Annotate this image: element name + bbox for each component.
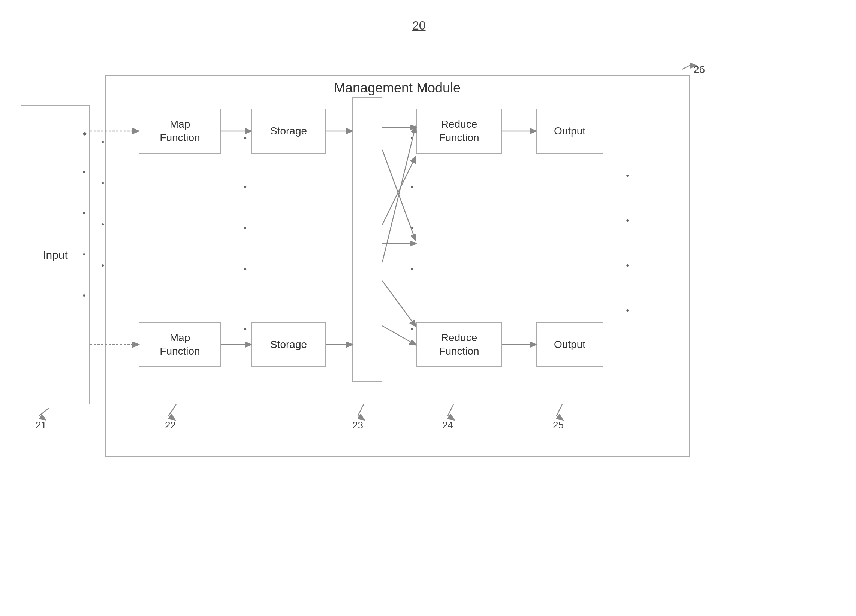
dot: ●	[626, 217, 629, 223]
dot: ●	[82, 251, 85, 257]
dot: ●	[82, 169, 85, 175]
dot: ●	[410, 266, 413, 272]
dot: ●	[101, 262, 104, 268]
storage-top-box: Storage	[251, 109, 326, 154]
output-bottom-box: Output	[536, 322, 604, 367]
ref-26: 26	[693, 64, 705, 76]
figure-number: 20	[412, 19, 426, 32]
dot: ●	[410, 326, 413, 332]
ref-24: 24	[442, 419, 453, 431]
storage-bottom-box: Storage	[251, 322, 326, 367]
reduce-function-bottom-label: ReduceFunction	[439, 331, 479, 358]
dot: ●	[243, 225, 246, 231]
dot: ●	[410, 135, 413, 141]
dot: ●	[82, 210, 85, 216]
map-function-top-label: MapFunction	[160, 118, 200, 145]
reduce-function-bottom-box: ReduceFunction	[416, 322, 502, 367]
dot: ●	[243, 135, 246, 141]
storage-top-label: Storage	[270, 124, 307, 138]
dot: ●	[626, 262, 629, 268]
dot: ●	[626, 307, 629, 313]
dot: ●	[101, 180, 104, 186]
map-function-top-box: MapFunction	[139, 109, 221, 154]
dot: ●	[626, 172, 629, 178]
dot: ●	[243, 266, 246, 272]
dot: ●	[243, 183, 246, 189]
dot: ●	[82, 129, 87, 138]
shuffle-box	[352, 97, 382, 382]
dot: ●	[410, 225, 413, 231]
dot: ●	[243, 326, 246, 332]
input-box: Input	[21, 105, 90, 404]
ref-22: 22	[165, 419, 176, 431]
dot: ●	[410, 183, 413, 189]
ref-25: 25	[553, 419, 563, 431]
map-function-bottom-box: MapFunction	[139, 322, 221, 367]
input-label: Input	[43, 247, 68, 262]
output-top-label: Output	[554, 124, 585, 138]
map-function-bottom-label: MapFunction	[160, 331, 200, 358]
reduce-function-top-label: ReduceFunction	[439, 118, 479, 145]
dot: ●	[101, 221, 104, 227]
ref-21: 21	[35, 419, 46, 431]
output-bottom-label: Output	[554, 338, 585, 351]
ref-23: 23	[352, 419, 363, 431]
storage-bottom-label: Storage	[270, 338, 307, 351]
reduce-function-top-box: ReduceFunction	[416, 109, 502, 154]
diagram: 20 Management Module 26 Input MapFunctio…	[0, 0, 856, 616]
dot: ●	[82, 292, 85, 298]
dot: ●	[101, 138, 104, 144]
output-top-box: Output	[536, 109, 604, 154]
management-module-label: Management Module	[334, 79, 460, 97]
